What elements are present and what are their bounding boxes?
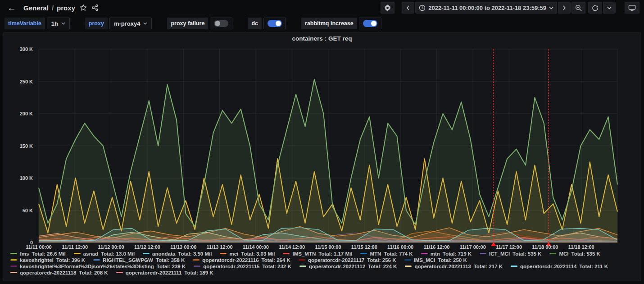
legend-item[interactable]: kavoshrightel%3Fformat%3Djson%26states%3… bbox=[10, 263, 186, 269]
legend-series-name: fms bbox=[20, 251, 29, 257]
legend-swatch bbox=[10, 266, 17, 267]
legend-series-name: qoperatorcdr-20221111 bbox=[126, 270, 182, 275]
x-axis-label: 11/18 00:00 bbox=[526, 244, 564, 250]
legend-series-name: qoperatorcdr-20221114 bbox=[520, 264, 576, 269]
legend-item[interactable]: RIGHTEL_SGWPGWTotal: 358 K bbox=[93, 257, 185, 263]
legend-item[interactable]: MCITotal: 535 K bbox=[549, 251, 600, 257]
x-axis-label: 11/15 12:00 bbox=[345, 244, 383, 250]
legend-swatch bbox=[404, 259, 411, 261]
proxy-dropdown[interactable]: m-proxy4 bbox=[109, 18, 152, 29]
legend-swatch bbox=[480, 253, 486, 254]
legend-item[interactable]: qoperatorcdr-20221117Total: 256 K bbox=[299, 257, 396, 263]
y-axis-label: 50 K bbox=[5, 208, 33, 213]
chevron-left-icon bbox=[406, 5, 410, 10]
zoom-out-button[interactable] bbox=[571, 2, 585, 14]
chevron-down-icon bbox=[143, 22, 147, 25]
chart-legend: fmsTotal: 26.6 MilasnadTotal: 13.0 Milan… bbox=[10, 251, 636, 275]
back-arrow-icon[interactable]: ← bbox=[5, 3, 19, 12]
legend-series-total: Total: 217 K bbox=[474, 264, 503, 269]
legend-series-name: qoperatorcdr-20221118 bbox=[20, 270, 76, 275]
legend-swatch bbox=[220, 253, 227, 254]
kiosk-mode-button[interactable] bbox=[625, 2, 639, 14]
chevron-down-icon bbox=[549, 6, 553, 9]
legend-series-total: Total: 208 K bbox=[79, 270, 108, 275]
legend-item[interactable]: qoperatorcdr-20221118Total: 208 K bbox=[10, 270, 108, 275]
share-icon[interactable] bbox=[91, 4, 99, 11]
legend-item[interactable]: anondataTotal: 3.50 Mil bbox=[143, 251, 212, 257]
star-icon[interactable] bbox=[80, 4, 87, 11]
x-axis-label: 11/11 12:00 bbox=[56, 244, 94, 250]
x-axis-label: 11/14 12:00 bbox=[273, 244, 311, 250]
legend-item[interactable]: qoperatorcdr-20221112Total: 224 K bbox=[299, 263, 397, 269]
legend-item[interactable]: qoperatorcdr-20221111Total: 189 K bbox=[116, 270, 213, 275]
legend-series-total: Total: 535 K bbox=[571, 251, 600, 257]
variable-timeVariable: timeVariable 1h bbox=[5, 18, 70, 29]
legend-series-name: MTN bbox=[370, 251, 381, 257]
legend-item[interactable]: mciTotal: 3.03 Mil bbox=[220, 251, 275, 257]
time-range-back-button[interactable] bbox=[402, 2, 414, 14]
legend-item[interactable]: ICT_MCITotal: 535 K bbox=[480, 251, 541, 257]
x-axis-label: 11/15 00:00 bbox=[309, 244, 347, 250]
legend-item[interactable]: qoperatorcdr-20221115Total: 232 K bbox=[194, 263, 291, 269]
y-axis-label: 100 K bbox=[5, 175, 33, 181]
legend-item[interactable]: kavoshrightelTotal: 396 K bbox=[10, 257, 85, 263]
legend-swatch bbox=[299, 259, 305, 261]
legend-series-name: RIGHTEL_SGWPGW bbox=[103, 257, 153, 263]
legend-swatch bbox=[10, 253, 17, 254]
legend-series-total: Total: 189 K bbox=[184, 270, 213, 275]
legend-swatch bbox=[143, 253, 150, 254]
legend-series-total: Total: 26.6 Mil bbox=[32, 251, 65, 257]
time-series-chart[interactable] bbox=[39, 49, 617, 243]
legend-swatch bbox=[549, 253, 556, 254]
dc-switch[interactable] bbox=[263, 18, 286, 29]
toggle-label: rabbitmq increase bbox=[301, 18, 357, 29]
legend-series-total: Total: 396 K bbox=[56, 257, 85, 263]
dashboard-settings-button[interactable] bbox=[381, 2, 395, 14]
legend-series-total: Total: 3.03 Mil bbox=[241, 251, 275, 257]
x-axis-label: 11/17 12:00 bbox=[490, 244, 528, 250]
chevron-right-icon bbox=[562, 5, 566, 10]
rabbitmq-increase-switch[interactable] bbox=[359, 18, 381, 29]
legend-item[interactable]: IMS_MTNTotal: 1.17 Mil bbox=[283, 251, 352, 257]
legend-series-name: qoperatorcdr-20221113 bbox=[414, 264, 471, 269]
legend-swatch bbox=[193, 259, 200, 261]
legend-item[interactable]: asnadTotal: 13.0 Mil bbox=[74, 251, 135, 257]
legend-series-name: IMS_MCI bbox=[414, 257, 435, 263]
panel-title[interactable]: containers : GET req bbox=[3, 35, 641, 42]
time-range-picker-button[interactable]: 2022-11-11 00:00:00 to 2022-11-18 23:59:… bbox=[415, 2, 557, 14]
legend-series-total: Total: 224 K bbox=[368, 264, 397, 269]
time-range-forward-button[interactable] bbox=[558, 2, 571, 14]
legend-series-name: qoperatorcdr-20221112 bbox=[309, 264, 365, 269]
proxy-failure-switch[interactable] bbox=[210, 18, 232, 29]
x-axis-label: 11/11 00:00 bbox=[20, 244, 58, 250]
x-axis-label: 11/14 00:00 bbox=[237, 244, 275, 250]
legend-series-name: kavoshrightel%3Fformat%3Djson%26states%3… bbox=[20, 264, 154, 269]
legend-series-total: Total: 264 K bbox=[262, 257, 290, 263]
monitor-icon bbox=[628, 5, 636, 11]
legend-series-name: qoperatorcdr-20221116 bbox=[202, 257, 259, 263]
toggle-label: proxy failure bbox=[167, 18, 208, 29]
timeVariable-dropdown[interactable]: 1h bbox=[47, 18, 70, 29]
legend-item[interactable]: MTNTotal: 774 K bbox=[360, 251, 413, 257]
legend-series-total: Total: 13.0 Mil bbox=[101, 251, 135, 257]
legend-item[interactable]: qoperatorcdr-20221113Total: 217 K bbox=[405, 263, 503, 269]
legend-item[interactable]: qoperatorcdr-20221116Total: 264 K bbox=[193, 257, 290, 263]
legend-item[interactable]: fmsTotal: 26.6 Mil bbox=[10, 251, 66, 257]
legend-swatch bbox=[116, 272, 123, 273]
toggle-dc: dc bbox=[248, 18, 286, 29]
refresh-button[interactable] bbox=[588, 2, 602, 14]
legend-item[interactable]: mtnTotal: 719 K bbox=[421, 251, 472, 257]
legend-item[interactable]: IMS_MCITotal: 250 K bbox=[404, 257, 467, 263]
x-axis-label: 11/13 12:00 bbox=[201, 244, 239, 250]
breadcrumb-page[interactable]: proxy bbox=[57, 4, 75, 12]
legend-swatch bbox=[93, 259, 100, 261]
refresh-interval-dropdown[interactable] bbox=[603, 2, 616, 14]
breadcrumb-folder[interactable]: General bbox=[23, 4, 49, 12]
variable-value: 1h bbox=[51, 20, 58, 27]
legend-item[interactable]: qoperatorcdr-20221114Total: 211 K bbox=[511, 263, 608, 269]
legend-series-total: Total: 3.50 Mil bbox=[178, 251, 212, 257]
x-axis-label: 11/16 12:00 bbox=[417, 244, 455, 250]
legend-swatch bbox=[10, 259, 17, 261]
breadcrumb: General / proxy bbox=[23, 4, 75, 12]
legend-series-name: IMS_MTN bbox=[292, 251, 316, 257]
